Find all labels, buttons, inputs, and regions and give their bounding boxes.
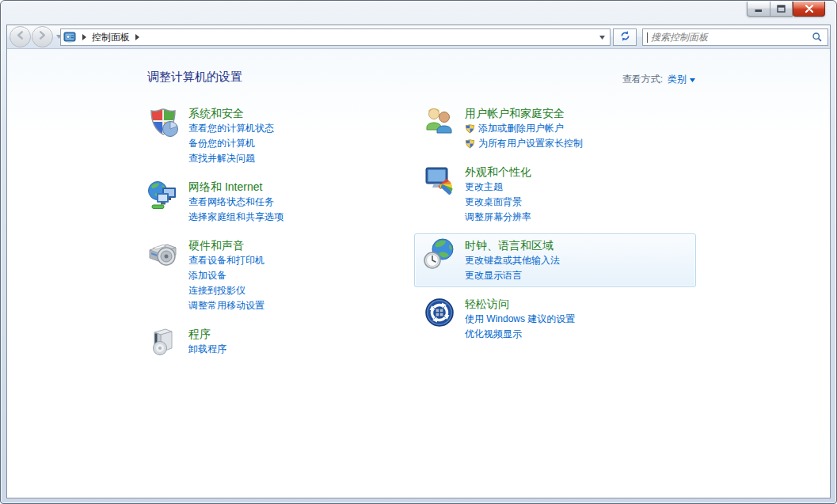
view-by-dropdown[interactable]: 类别 [668,73,695,86]
category-item[interactable]: 轻松访问 使用 Windows 建议的设置优化视频显示 [414,292,696,346]
category-title[interactable]: 程序 [188,326,226,342]
category-title[interactable]: 硬件和声音 [188,237,264,253]
minimize-icon [755,2,763,16]
breadcrumb-arrow-icon[interactable] [82,34,86,40]
category-link[interactable]: 添加或删除用户帐户 [465,121,583,136]
category-link[interactable]: 调整常用移动设置 [188,298,264,313]
category-link[interactable]: 查看设备和打印机 [188,253,264,268]
category-link[interactable]: 使用 Windows 建议的设置 [465,312,575,327]
category-link-label: 为所有用户设置家长控制 [478,136,583,151]
breadcrumb-arrow-icon[interactable] [135,34,139,40]
category-link-label: 选择家庭组和共享选项 [188,210,283,225]
forward-button[interactable] [32,26,53,47]
category-body: 用户帐户和家庭安全 添加或删除用户帐户为所有用户设置家长控制 [465,105,583,151]
category-link[interactable]: 优化视频显示 [465,327,575,342]
category-item[interactable]: 外观和个性化 更改主题更改桌面背景调整屏幕分辨率 [414,160,696,229]
client-area: 控制面板 调整计算机的设置 查看方式: 类别 [6,25,831,498]
category-links: 查看设备和打印机添加设备连接到投影仪调整常用移动设置 [188,253,264,313]
category-link[interactable]: 卸载程序 [188,342,226,357]
category-link-label: 查看设备和打印机 [188,253,264,268]
navigation-bar: 控制面板 [7,25,830,49]
category-body: 外观和个性化 更改主题更改桌面背景调整屏幕分辨率 [465,164,531,225]
category-links: 查看您的计算机状态备份您的计算机查找并解决问题 [188,121,274,166]
category-link-label: 卸载程序 [188,342,226,357]
category-item[interactable]: 系统和安全 查看您的计算机状态备份您的计算机查找并解决问题 [138,101,413,170]
category-icon [423,105,456,138]
category-link[interactable]: 更改显示语言 [465,268,560,283]
back-button[interactable] [10,26,31,47]
category-links: 查看网络状态和任务选择家庭组和共享选项 [188,195,283,225]
category-icon [423,164,456,197]
category-item[interactable]: 硬件和声音 查看设备和打印机添加设备连接到投影仪调整常用移动设置 [138,233,413,317]
category-link-label: 优化视频显示 [465,327,522,342]
category-link-label: 查看您的计算机状态 [188,121,274,136]
category-title[interactable]: 轻松访问 [465,296,575,312]
category-link-label: 查看网络状态和任务 [188,195,274,210]
forward-arrow-icon [36,29,48,44]
category-link[interactable]: 为所有用户设置家长控制 [465,136,583,151]
category-links: 使用 Windows 建议的设置优化视频显示 [465,312,575,342]
control-panel-window: 控制面板 调整计算机的设置 查看方式: 类别 [0,0,837,504]
category-link-label: 使用 Windows 建议的设置 [465,312,575,327]
address-bar[interactable]: 控制面板 [60,28,611,46]
uac-shield-icon [465,138,475,149]
category-link[interactable]: 更改键盘或其他输入法 [465,253,560,268]
category-link[interactable]: 更改桌面背景 [465,195,531,210]
category-link[interactable]: 调整屏幕分辨率 [465,210,531,225]
category-item[interactable]: 程序 卸载程序 [138,322,413,363]
search-box[interactable] [642,28,828,46]
category-link[interactable]: 连接到投影仪 [188,283,264,298]
uac-shield-icon [465,123,475,134]
category-links: 更改键盘或其他输入法更改显示语言 [465,253,560,283]
right-column: 用户帐户和家庭安全 添加或删除用户帐户为所有用户设置家长控制 外观和个性化 更改… [414,101,696,351]
category-item[interactable]: 用户帐户和家庭安全 添加或删除用户帐户为所有用户设置家长控制 [414,101,696,155]
category-link-label: 调整屏幕分辨率 [465,210,531,225]
category-links: 添加或删除用户帐户为所有用户设置家长控制 [465,121,583,151]
view-by-control: 查看方式: 类别 [622,73,695,86]
category-body: 时钟、语言和区域 更改键盘或其他输入法更改显示语言 [465,237,560,283]
category-item[interactable]: 时钟、语言和区域 更改键盘或其他输入法更改显示语言 [414,233,696,287]
page-title: 调整计算机的设置 [147,70,242,85]
category-link[interactable]: 更改主题 [465,180,531,195]
category-link[interactable]: 添加设备 [188,268,264,283]
category-title[interactable]: 系统和安全 [188,105,274,121]
category-link[interactable]: 备份您的计算机 [188,136,274,151]
search-input[interactable] [648,30,812,44]
category-link-label: 调整常用移动设置 [188,298,264,313]
view-by-label: 查看方式: [622,73,663,86]
category-icon [423,296,456,329]
category-link[interactable]: 查找并解决问题 [188,151,274,166]
category-title[interactable]: 用户帐户和家庭安全 [465,105,583,121]
category-icon [146,105,180,138]
category-link-label: 查找并解决问题 [188,151,255,166]
category-title[interactable]: 时钟、语言和区域 [465,237,560,253]
close-button[interactable] [793,2,825,17]
category-icon [146,237,180,271]
breadcrumb-control-panel[interactable]: 控制面板 [89,31,132,44]
view-by-value: 类别 [668,73,687,86]
address-dropdown-icon[interactable] [595,36,610,40]
category-title[interactable]: 网络和 Internet [188,179,283,195]
category-body: 轻松访问 使用 Windows 建议的设置优化视频显示 [465,296,575,342]
refresh-button[interactable] [613,28,637,46]
minimize-button[interactable] [747,2,770,17]
category-body: 硬件和声音 查看设备和打印机添加设备连接到投影仪调整常用移动设置 [188,237,264,313]
category-link[interactable]: 选择家庭组和共享选项 [188,210,283,225]
content-area: 调整计算机的设置 查看方式: 类别 系统和安全 查看您的计算机状态备份您的计算机… [7,49,830,498]
category-link[interactable]: 查看网络状态和任务 [188,195,283,210]
category-link-label: 添加或删除用户帐户 [478,121,564,136]
category-item[interactable]: 网络和 Internet 查看网络状态和任务选择家庭组和共享选项 [138,175,413,229]
refresh-icon [619,30,631,45]
category-links: 卸载程序 [188,342,226,357]
category-title[interactable]: 外观和个性化 [465,164,531,180]
category-body: 系统和安全 查看您的计算机状态备份您的计算机查找并解决问题 [188,105,274,166]
category-link[interactable]: 查看您的计算机状态 [188,121,274,136]
search-icon[interactable] [812,32,823,43]
category-body: 程序 卸载程序 [188,326,226,359]
caret-down-icon [690,78,695,82]
category-link-label: 更改键盘或其他输入法 [465,253,560,268]
maximize-button[interactable] [770,2,793,17]
maximize-icon [777,2,786,16]
left-column: 系统和安全 查看您的计算机状态备份您的计算机查找并解决问题 网络和 Intern… [138,101,413,368]
category-link-label: 更改主题 [465,180,503,195]
